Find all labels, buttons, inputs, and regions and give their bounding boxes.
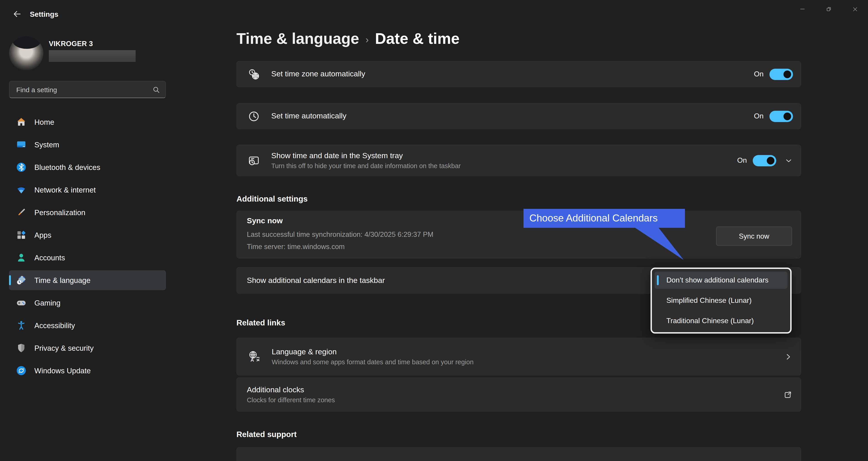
sidebar-item-windows-update[interactable]: Windows Update (9, 361, 166, 380)
shield-icon (16, 343, 27, 354)
tray-toggle[interactable] (753, 155, 776, 166)
language-region-row[interactable]: A Language & region Windows and some app… (237, 338, 801, 376)
wifi-icon (16, 184, 27, 195)
tray-expander[interactable] (784, 156, 793, 165)
user-email-redacted (49, 50, 135, 62)
sidebar-item-label: Home (34, 118, 54, 126)
sync-now-button[interactable]: Sync now (716, 226, 792, 246)
accessibility-icon (16, 320, 27, 331)
close-icon (851, 6, 858, 12)
breadcrumb-parent[interactable]: Time & language (237, 30, 359, 48)
language-region-description: Windows and some apps format dates and t… (272, 359, 473, 366)
additional-clocks-row[interactable]: Additional clocks Clocks for different t… (237, 377, 801, 412)
chevron-down-icon (784, 156, 793, 165)
bluetooth-icon (16, 162, 27, 173)
search-input[interactable] (16, 81, 144, 98)
dropdown-option-simplified-chinese[interactable]: Simplified Chinese (Lunar) (655, 292, 787, 309)
selected-accent-bar (657, 275, 658, 285)
sidebar-item-gaming[interactable]: Gaming (9, 293, 166, 313)
breadcrumb: Time & language › Date & time (237, 30, 460, 48)
back-button[interactable] (9, 6, 25, 22)
sidebar-item-accessibility[interactable]: Accessibility (9, 315, 166, 335)
home-icon (16, 117, 27, 127)
sync-last-sync: Last successful time synchronization: 4/… (247, 230, 433, 239)
calendars-label: Show additional calendars in the taskbar (247, 276, 385, 285)
close-button[interactable] (842, 0, 868, 18)
dropdown-option-label: Don’t show additional calendars (666, 276, 769, 284)
toggle-knob (783, 112, 791, 120)
related-support-card-partial[interactable] (237, 447, 801, 461)
dropdown-option-traditional-chinese[interactable]: Traditional Chinese (Lunar) (655, 312, 787, 330)
sidebar-item-system[interactable]: System (9, 135, 166, 155)
tray-description: Turn this off to hide your time and date… (271, 162, 461, 170)
sidebar-item-accounts[interactable]: Accounts (9, 248, 166, 268)
sync-title: Sync now (247, 216, 283, 225)
sidebar-item-bluetooth-devices[interactable]: Bluetooth & devices (9, 157, 166, 177)
restore-icon (825, 5, 832, 13)
svg-text:A: A (250, 357, 254, 363)
set-time-toggle[interactable] (770, 111, 793, 122)
additional-clocks-title: Additional clocks (247, 386, 335, 395)
window-controls (789, 0, 868, 18)
sidebar-item-label: Time & language (34, 276, 90, 284)
sync-card: Sync now Last successful time synchroniz… (237, 211, 801, 258)
sidebar-item-label: System (34, 140, 59, 149)
system-icon (16, 139, 27, 150)
user-name: VIKROGER 3 (49, 40, 93, 48)
apps-icon (16, 229, 27, 241)
sidebar-item-label: Network & internet (34, 186, 96, 194)
timezone-state: On (754, 70, 764, 78)
time-language-icon (16, 275, 27, 286)
chevron-right-icon (784, 352, 801, 361)
dropdown-option-label: Traditional Chinese (Lunar) (666, 317, 754, 325)
timezone-label: Set time zone automatically (271, 70, 365, 79)
timezone-row: Set time zone automatically On (237, 61, 801, 87)
section-additional-settings: Additional settings (237, 194, 308, 204)
sidebar-item-label: Privacy & security (34, 344, 94, 352)
annotation-callout-text: Choose Additional Calendars (529, 212, 658, 224)
language-region-title: Language & region (272, 347, 473, 357)
sidebar-item-home[interactable]: Home (9, 112, 166, 132)
timezone-globe-clock-icon (248, 68, 260, 80)
minimize-icon (799, 6, 806, 12)
update-icon (16, 365, 27, 376)
external-link-icon (783, 390, 801, 399)
dropdown-option-dont-show[interactable]: Don’t show additional calendars (655, 272, 787, 289)
sidebar-item-privacy-security[interactable]: Privacy & security (9, 338, 166, 358)
language-region-icon: A (248, 350, 260, 363)
sidebar-item-network-internet[interactable]: Network & internet (9, 180, 166, 200)
search-box (9, 81, 166, 98)
toggle-knob (783, 70, 791, 78)
sidebar-item-label: Accessibility (34, 321, 75, 330)
sidebar-item-personalization[interactable]: Personalization (9, 203, 166, 222)
additional-clocks-description: Clocks for different time zones (247, 396, 335, 404)
timezone-toggle[interactable] (770, 68, 793, 80)
maximize-button[interactable] (815, 0, 842, 18)
app-title: Settings (30, 10, 58, 19)
sidebar-item-label: Accounts (34, 253, 65, 262)
sync-time-server: Time server: time.windows.com (247, 243, 345, 251)
minimize-button[interactable] (789, 0, 815, 18)
sidebar-item-label: Bluetooth & devices (34, 163, 100, 172)
sidebar-item-label: Gaming (34, 299, 61, 307)
sidebar-item-apps[interactable]: Apps (9, 225, 166, 245)
sidebar-item-label: Apps (34, 231, 51, 239)
search-icon (152, 86, 160, 96)
clock-icon (248, 110, 260, 122)
taskbar-clock-icon (248, 154, 260, 166)
set-time-label: Set time automatically (271, 112, 346, 121)
sidebar-item-time-language[interactable]: Time & language (9, 270, 166, 290)
tray-row: Show time and date in the System tray Tu… (237, 145, 801, 176)
page-title: Date & time (375, 30, 460, 48)
annotation-callout: Choose Additional Calendars (524, 209, 685, 228)
back-arrow-icon (13, 9, 22, 19)
tray-state: On (737, 156, 747, 164)
sidebar-item-label: Personalization (34, 208, 86, 217)
sidebar-nav: Home System Bluetooth & devices Network … (9, 112, 166, 383)
breadcrumb-separator-icon: › (366, 34, 369, 45)
sidebar-item-label: Windows Update (34, 366, 91, 375)
selected-accent-bar (9, 275, 11, 285)
section-related-links: Related links (237, 318, 285, 328)
avatar (9, 36, 43, 70)
tray-label: Show time and date in the System tray (271, 151, 461, 160)
